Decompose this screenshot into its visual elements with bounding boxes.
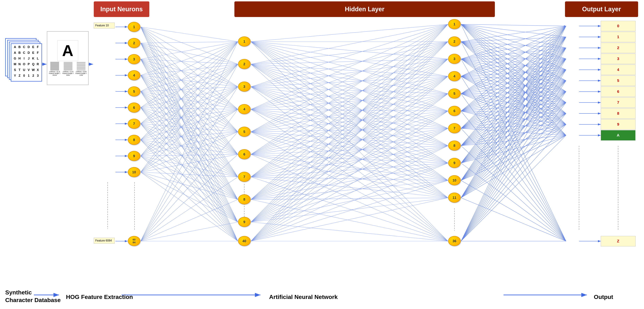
hog-grids: CellSize = [2 2]Feature length = 26244 C… <box>48 62 87 76</box>
svg-line-61 <box>141 91 238 154</box>
hog-grid-2: CellSize = [4 4]Feature length = 6084 <box>62 62 74 76</box>
svg-line-116 <box>141 42 238 241</box>
svg-line-244 <box>251 198 448 241</box>
header-output-layer: Output Layer <box>565 1 638 17</box>
svg-line-326 <box>461 113 566 128</box>
svg-line-39 <box>141 59 238 109</box>
svg-line-183 <box>251 132 448 180</box>
svg-line-306 <box>461 26 566 111</box>
svg-line-371 <box>461 81 566 198</box>
svg-line-382 <box>461 70 566 241</box>
svg-line-318 <box>461 26 566 128</box>
svg-line-208 <box>251 177 448 198</box>
svg-line-269 <box>461 42 566 241</box>
svg-line-254 <box>461 24 566 113</box>
svg-line-161 <box>251 87 448 241</box>
svg-line-345 <box>461 59 566 163</box>
svg-line-121 <box>141 154 238 241</box>
svg-line-339 <box>461 124 566 146</box>
svg-line-34 <box>141 43 238 222</box>
output-box-4: 4 <box>601 64 636 75</box>
svg-line-185 <box>251 132 448 241</box>
svg-line-134 <box>251 42 448 163</box>
svg-line-317 <box>461 111 566 241</box>
svg-line-187 <box>251 42 448 154</box>
svg-line-253 <box>461 24 566 102</box>
svg-line-112 <box>141 172 238 177</box>
svg-line-165 <box>251 76 448 109</box>
svg-line-246 <box>461 24 566 26</box>
svg-line-149 <box>251 64 448 241</box>
svg-line-163 <box>251 42 448 109</box>
svg-line-310 <box>461 70 566 111</box>
svg-line-252 <box>461 24 566 92</box>
svg-line-177 <box>251 76 448 132</box>
svg-line-240 <box>251 128 448 241</box>
output-box-0: 0 <box>601 21 636 31</box>
svg-line-117 <box>141 64 238 241</box>
svg-line-119 <box>141 109 238 241</box>
svg-line-268 <box>461 42 566 135</box>
char-database: ABCDEF GHIJKL MNOPQR STUVWX YZ0123 45678… <box>5 38 42 83</box>
svg-line-71 <box>141 108 238 154</box>
neuron-hl2-9: 9 <box>448 158 461 168</box>
svg-line-224 <box>251 59 448 222</box>
svg-line-75 <box>141 108 238 241</box>
svg-line-113 <box>141 172 238 200</box>
svg-line-150 <box>251 24 448 87</box>
svg-line-98 <box>141 87 238 156</box>
svg-line-265 <box>461 42 566 102</box>
svg-line-18 <box>141 27 238 87</box>
hog-grid-1: CellSize = [2 2]Feature length = 26244 <box>48 62 61 76</box>
svg-line-264 <box>461 42 566 92</box>
svg-line-230 <box>251 163 448 222</box>
svg-line-313 <box>461 102 566 111</box>
svg-line-261 <box>461 42 566 59</box>
svg-line-207 <box>251 177 448 180</box>
svg-line-256 <box>461 24 566 135</box>
output-box-8: 8 <box>601 108 636 119</box>
svg-line-27 <box>141 43 238 64</box>
svg-line-231 <box>251 180 448 222</box>
svg-line-151 <box>251 42 448 87</box>
neuron-hl2-7: 7 <box>448 123 461 133</box>
svg-line-22 <box>141 27 238 177</box>
svg-line-356 <box>461 48 566 180</box>
svg-line-223 <box>251 42 448 222</box>
svg-line-274 <box>461 59 566 70</box>
svg-line-346 <box>461 70 566 163</box>
input-neurons-label: Input Neurons <box>100 5 143 13</box>
svg-line-273 <box>461 59 566 59</box>
svg-line-201 <box>251 76 448 177</box>
svg-line-347 <box>461 81 566 163</box>
svg-line-262 <box>461 42 566 70</box>
svg-line-379 <box>461 37 566 241</box>
svg-line-189 <box>251 76 448 154</box>
neuron-input-7: 7 <box>128 119 140 129</box>
svg-line-249 <box>461 24 566 59</box>
svg-line-186 <box>251 24 448 154</box>
svg-line-41 <box>141 59 238 154</box>
svg-line-85 <box>141 124 238 241</box>
svg-line-133 <box>251 42 448 146</box>
neuron-hl1-4: 4 <box>238 104 250 114</box>
svg-line-290 <box>461 76 566 113</box>
svg-line-334 <box>461 70 566 146</box>
svg-line-114 <box>141 172 238 222</box>
neuron-hl2-2: 2 <box>448 36 461 46</box>
svg-line-255 <box>461 24 566 124</box>
svg-line-68 <box>141 87 238 108</box>
svg-line-188 <box>251 59 448 154</box>
svg-line-43 <box>141 59 238 200</box>
svg-line-305 <box>461 94 566 241</box>
svg-line-45 <box>141 59 238 241</box>
svg-line-145 <box>251 64 448 146</box>
svg-line-338 <box>461 113 566 146</box>
svg-line-157 <box>251 87 448 146</box>
svg-line-284 <box>461 48 566 76</box>
svg-line-152 <box>251 59 448 87</box>
svg-line-37 <box>141 59 238 64</box>
svg-line-259 <box>461 37 566 42</box>
neuron-input-9: 9 <box>128 151 140 161</box>
output-layer-label: Output Layer <box>582 5 621 13</box>
